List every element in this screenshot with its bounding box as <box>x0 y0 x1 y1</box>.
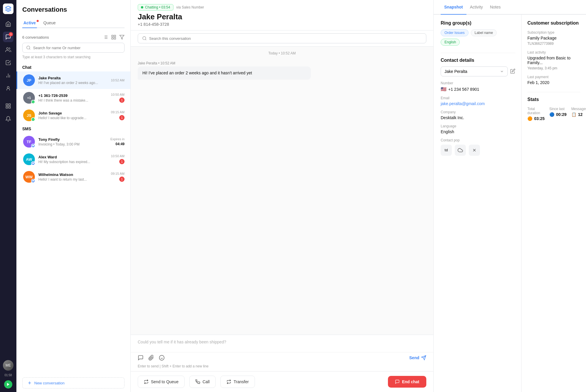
search-input[interactable] <box>33 46 121 50</box>
last-payment-label: Last payment <box>527 75 580 79</box>
tag-english[interactable]: English <box>441 39 460 46</box>
nav-notifications[interactable] <box>3 114 13 124</box>
chatting-badge: Chatting • 03:54 <box>138 4 173 11</box>
header-name: Jake Peralta <box>138 12 426 21</box>
svg-point-0 <box>6 48 8 50</box>
svg-point-25 <box>143 37 146 40</box>
transfer-btn[interactable]: Transfer <box>220 376 255 388</box>
msg-date: Today • 10:52 AM <box>138 51 426 55</box>
main-chat-area: Chatting • 03:54 via Sales Number Jake P… <box>131 0 434 392</box>
svg-rect-5 <box>6 104 8 106</box>
panel-left: Ring group(s) Order Issues Label name En… <box>434 15 522 392</box>
divider-1 <box>441 53 515 53</box>
email-value[interactable]: jake.peralta@gmail.com <box>441 101 515 106</box>
msg-toolbar: Send <box>131 352 433 363</box>
edit-contact-btn[interactable] <box>510 69 515 75</box>
chat-info-tony: Tony Firefly Invoicing • Today, 3:00 PM <box>38 137 107 146</box>
chatting-dot <box>141 6 143 8</box>
msg-tools <box>138 355 165 361</box>
nav-home[interactable] <box>3 19 13 29</box>
tag-order-issues[interactable]: Order Issues <box>441 29 469 36</box>
chat-item-anon[interactable]: +1 +1 361-726-2539 Hi! I think there was… <box>16 89 130 107</box>
tab-queue[interactable]: Queue <box>42 18 57 28</box>
panel-inner: Ring group(s) Order Issues Label name En… <box>434 15 586 392</box>
svg-rect-17 <box>114 35 116 37</box>
sms-section-label: SMS <box>16 124 130 133</box>
sms-item-tony[interactable]: TF Tony Firefly Invoicing • Today, 3:00 … <box>16 133 130 150</box>
nav-tasks[interactable] <box>3 57 13 68</box>
send-btn[interactable]: Send <box>409 355 426 360</box>
sub-type-value: Family Package <box>527 36 580 40</box>
contact-select[interactable]: Jake Peralta <box>441 66 508 76</box>
svg-rect-6 <box>9 104 11 106</box>
tab-notes[interactable]: Notes <box>486 0 504 15</box>
grid-view-btn[interactable] <box>111 35 116 40</box>
chat-info-wil: Wilhelmina Watson Hello! I want to retur… <box>38 172 108 182</box>
via-text: via Sales Number <box>176 5 204 9</box>
nav-conversations[interactable]: 3 <box>3 32 13 42</box>
chat-item-john[interactable]: JS John Savage Hello! I would like to up… <box>16 107 130 124</box>
search-box <box>22 43 125 53</box>
customer-sub-section: Customer subscription Subscription type … <box>527 20 580 85</box>
msg-input-area: Could you tell me if it has already been… <box>131 335 433 371</box>
sms-badge-alex <box>31 161 35 165</box>
badge-john: 1 <box>119 115 125 120</box>
emoji-btn[interactable] <box>159 355 165 361</box>
quick-reply-btn[interactable] <box>138 355 144 361</box>
panel-tabs: Snapshot Activity Notes <box>434 0 586 15</box>
chat-search-input[interactable] <box>149 36 422 41</box>
ring-groups-section: Ring group(s) Order Issues Label name En… <box>441 20 515 46</box>
send-to-queue-btn[interactable]: Send to Queue <box>138 376 185 388</box>
tab-snapshot[interactable]: Snapshot <box>441 0 466 15</box>
sms-badge-tony <box>31 144 35 148</box>
sms-item-alex[interactable]: AW Alex Ward Hi! My subscription has exp… <box>16 150 130 168</box>
pop-icon-x[interactable] <box>469 145 480 156</box>
pop-icon-cloud[interactable] <box>455 145 466 156</box>
attach-btn[interactable] <box>148 355 154 361</box>
tag-label-name[interactable]: Label name <box>471 29 497 36</box>
email-label: Email <box>441 96 515 100</box>
user-avatar[interactable]: ME <box>3 360 13 371</box>
number-label: Number <box>441 81 515 85</box>
chat-search-bar <box>131 30 433 47</box>
search-icon <box>26 45 31 50</box>
last-activity-when: Yesterday, 3:45 pm <box>527 66 580 70</box>
last-payment-value: Feb 1, 2020 <box>527 80 580 85</box>
header-phone: +1 814-458-3728 <box>138 22 426 27</box>
chat-item-jake[interactable]: JP Jake Peralta Hi! I've placed an order… <box>16 71 130 89</box>
list-view-btn[interactable] <box>103 35 108 40</box>
status-dot[interactable] <box>4 380 12 388</box>
stat-total-duration: Total duration 🟠 03:25 <box>527 107 545 121</box>
tab-active[interactable]: Active <box>22 18 37 28</box>
contact-details-title: Contact details <box>441 58 515 63</box>
chat-meta-wil: 09:15 AM 1 <box>111 172 125 182</box>
filter-btn[interactable] <box>119 35 125 40</box>
ring-groups-title: Ring group(s) <box>441 20 515 26</box>
contact-pop-icons: td <box>441 145 515 156</box>
new-conversation-btn[interactable]: New conversation <box>22 377 125 388</box>
search-hint: Type at least 3 characters to start sear… <box>16 55 130 63</box>
ring-groups-tags: Order Issues Label name English <box>441 29 515 46</box>
company-label: Company <box>441 110 515 114</box>
last-activity-value: Upgraded from Basic to Family... <box>527 56 580 65</box>
chat-list: Chat JP Jake Peralta Hi! I've placed an … <box>16 63 130 374</box>
avatar-anon: +1 <box>23 92 35 104</box>
tab-activity[interactable]: Activity <box>466 0 486 15</box>
pop-icon-td[interactable]: td <box>441 145 452 156</box>
nav-contacts[interactable] <box>3 44 13 55</box>
avatar-wil: WW <box>23 171 35 183</box>
stat-since-last: Since last 🔵 00:29 <box>549 107 567 121</box>
nav-grid[interactable] <box>3 101 13 111</box>
sms-item-wil[interactable]: WW Wilhelmina Watson Hello! I want to re… <box>16 168 130 186</box>
sms-meta-tony: Expires in 04:49 <box>110 137 125 146</box>
chat-info-john: John Savage Hello! I would like to upgra… <box>38 111 108 120</box>
timer-display: 01:58 <box>4 374 12 377</box>
svg-point-4 <box>7 86 9 88</box>
nav-reports[interactable] <box>3 70 13 81</box>
call-btn[interactable]: Call <box>189 376 216 388</box>
svg-rect-16 <box>112 35 113 37</box>
nav-agents[interactable] <box>3 83 13 94</box>
end-chat-btn[interactable]: End chat <box>388 376 426 388</box>
company-value: Desktalk Inc. <box>441 115 515 120</box>
msg-input-placeholder[interactable]: Could you tell me if it has already been… <box>131 335 433 352</box>
